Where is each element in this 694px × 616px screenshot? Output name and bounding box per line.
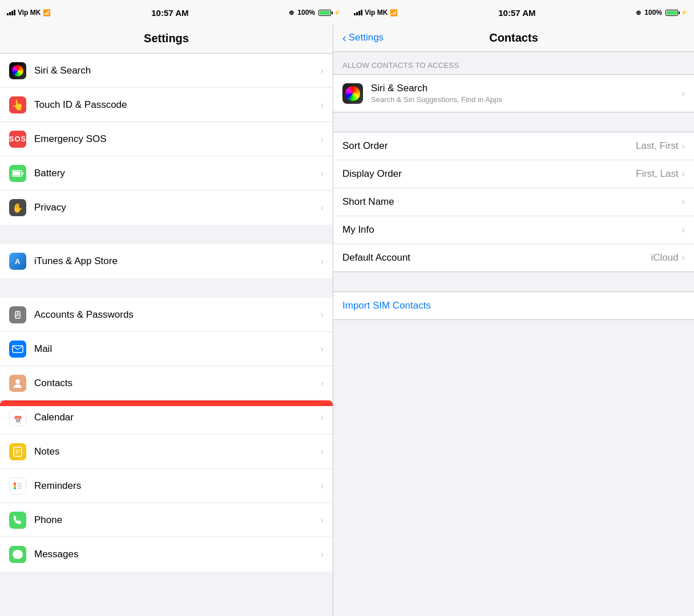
chevron-icon: ›	[321, 310, 324, 320]
siri-item-title: Siri & Search	[371, 83, 682, 94]
bar1	[7, 13, 9, 15]
display-order-value: First, Last	[636, 168, 679, 180]
svg-point-5	[17, 312, 19, 314]
status-left-info-r: Vip MK 📶	[354, 9, 398, 17]
rbar1	[354, 13, 356, 15]
sidebar-item-siri-search[interactable]: Siri & Search ›	[0, 54, 333, 88]
default-account-label: Default Account	[342, 252, 651, 264]
svg-point-15	[14, 485, 16, 487]
status-bar: Vip MK 📶 10:57 AM ⊕ 100% ⚡ Vip M	[0, 0, 694, 25]
notes-icon	[9, 443, 26, 460]
back-chevron-icon: ‹	[342, 32, 346, 43]
display-order-row[interactable]: Display Order First, Last ›	[333, 160, 694, 188]
sidebar-item-phone[interactable]: Phone ›	[0, 503, 333, 537]
battery-label: Battery	[34, 168, 321, 179]
appstore-label: iTunes & App Store	[34, 256, 321, 267]
section-separator-2	[0, 278, 333, 298]
settings-group-1: Siri & Search › 👆 Touch ID & Passcode › …	[0, 54, 333, 225]
reminders-icon	[9, 477, 26, 495]
status-bar-right: Vip MK 📶 10:57 AM ⊕ 100% ⚡	[347, 0, 694, 25]
siri-item-text: Siri & Search Search & Siri Suggestions,…	[371, 83, 682, 104]
contacts-label: Contacts	[34, 378, 321, 389]
accounts-icon	[9, 306, 26, 323]
back-label: Settings	[349, 32, 384, 43]
sidebar-item-reminders[interactable]: Reminders ›	[0, 469, 333, 503]
calendar-label: Calendar	[34, 412, 321, 423]
sort-order-row[interactable]: Sort Order Last, First ›	[333, 132, 694, 160]
rbar2	[356, 12, 358, 15]
chevron-icon: ›	[682, 197, 685, 207]
signal-bars-right	[354, 10, 362, 15]
messages-label: Messages	[34, 549, 321, 560]
svg-rect-1	[13, 171, 21, 175]
chevron-icon: ›	[321, 134, 324, 144]
battery-left: ⚡	[318, 10, 340, 16]
sidebar-item-appstore[interactable]: A iTunes & App Store ›	[0, 244, 333, 278]
privacy-label: Privacy	[34, 202, 321, 213]
sidebar-item-accounts[interactable]: Accounts & Passwords ›	[0, 298, 333, 332]
my-info-label: My Info	[342, 224, 679, 236]
left-panel: Settings Siri & Search › 👆 Touch ID & Pa…	[0, 25, 333, 616]
settings-list: Siri & Search › 👆 Touch ID & Passcode › …	[0, 54, 333, 616]
chevron-icon: ›	[321, 412, 324, 423]
svg-text:A: A	[15, 257, 21, 266]
sidebar-item-notes[interactable]: Notes ›	[0, 435, 333, 469]
sidebar-item-calendar[interactable]: 📅 Calendar ›	[0, 400, 333, 435]
bar3	[11, 11, 13, 15]
battery-right: ⚡	[665, 10, 687, 16]
time-left: 10:57 AM	[151, 8, 188, 18]
chevron-icon: ›	[321, 66, 324, 76]
mail-icon	[9, 341, 26, 358]
chevron-icon: ›	[321, 515, 324, 525]
sidebar-item-privacy[interactable]: ✋ Privacy ›	[0, 191, 333, 225]
sidebar-item-messages[interactable]: Messages ›	[0, 537, 333, 572]
settings-group-3: Accounts & Passwords › Mail ›	[0, 298, 333, 572]
wifi-left: 📶	[43, 9, 51, 17]
import-sim-label: Import SIM Contacts	[342, 300, 431, 311]
phone-icon	[9, 512, 26, 529]
siri-icon	[9, 62, 26, 79]
percent-left: 100%	[297, 9, 315, 17]
chevron-icon: ›	[682, 253, 685, 263]
chevron-icon: ›	[321, 447, 324, 457]
sidebar-item-battery[interactable]: Battery ›	[0, 156, 333, 191]
default-account-value: iCloud	[651, 252, 678, 264]
touch-id-label: Touch ID & Passcode	[34, 99, 321, 111]
import-section: Import SIM Contacts	[333, 291, 694, 320]
status-right-left: ⊕ 100% ⚡	[289, 9, 340, 17]
chevron-icon: ›	[682, 169, 685, 179]
status-bar-left: Vip MK 📶 10:57 AM ⊕ 100% ⚡	[0, 0, 347, 25]
sidebar-item-touch-id[interactable]: 👆 Touch ID & Passcode ›	[0, 88, 333, 122]
sort-order-value: Last, First	[636, 140, 679, 152]
reminders-label: Reminders	[34, 480, 321, 492]
settings-group-2: A iTunes & App Store ›	[0, 244, 333, 278]
time-right: 10:57 AM	[498, 8, 535, 18]
sidebar-item-mail[interactable]: Mail ›	[0, 332, 333, 366]
section-separator-1	[0, 225, 333, 244]
sort-order-label: Sort Order	[342, 140, 636, 152]
svg-point-16	[14, 487, 16, 489]
siri-item-subtitle: Search & Siri Suggestions, Find in Apps	[371, 95, 682, 104]
chevron-icon: ›	[321, 256, 324, 266]
default-account-row[interactable]: Default Account iCloud ›	[333, 244, 694, 271]
svg-rect-2	[22, 172, 23, 175]
siri-search-access-item[interactable]: Siri & Search Search & Siri Suggestions,…	[333, 75, 694, 112]
short-name-row[interactable]: Short Name ›	[333, 188, 694, 216]
contacts-icon	[9, 375, 26, 392]
left-header: Settings	[0, 25, 333, 54]
percent-right: 100%	[644, 9, 662, 17]
contacts-content: ALLOW CONTACTS TO ACCESS Siri & Search S…	[333, 52, 694, 616]
siri-search-label: Siri & Search	[34, 65, 321, 76]
my-info-row[interactable]: My Info ›	[333, 216, 694, 244]
back-button[interactable]: ‹ Settings	[342, 32, 384, 43]
chevron-icon: ›	[321, 344, 324, 354]
chevron-icon: ›	[682, 141, 685, 151]
chevron-icon: ›	[682, 88, 685, 99]
right-header: ‹ Settings Contacts	[333, 25, 694, 52]
mail-label: Mail	[34, 343, 321, 355]
messages-icon	[9, 546, 26, 563]
import-sim-row[interactable]: Import SIM Contacts	[333, 291, 694, 320]
right-panel: ‹ Settings Contacts ALLOW CONTACTS TO AC…	[333, 25, 694, 616]
sidebar-item-emergency-sos[interactable]: SOS Emergency SOS ›	[0, 122, 333, 156]
sidebar-item-contacts[interactable]: Contacts ›	[0, 366, 333, 400]
